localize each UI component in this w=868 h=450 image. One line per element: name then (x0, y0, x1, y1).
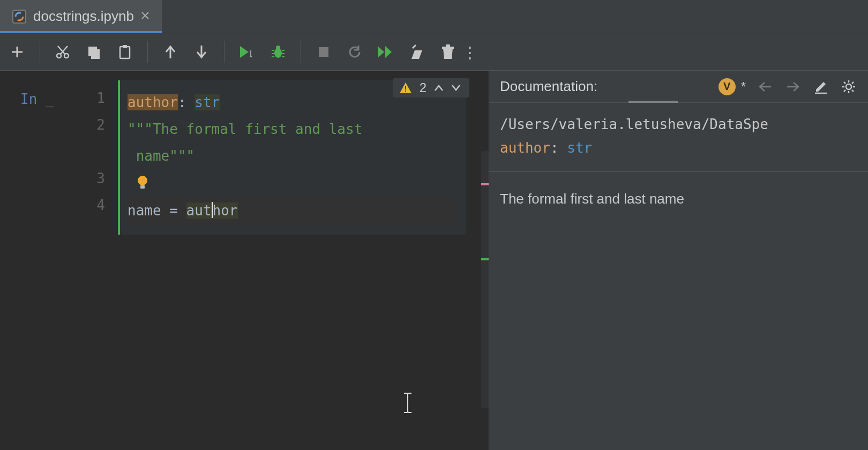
copy-button[interactable] (83, 41, 104, 63)
doc-path: /Users/valeria.letusheva/DataSpe (500, 112, 857, 136)
file-tab[interactable]: docstrings.ipynb (0, 0, 162, 33)
tab-filename: docstrings.ipynb (33, 8, 134, 25)
svg-point-17 (138, 176, 147, 185)
tab-bar: docstrings.ipynb (0, 0, 868, 33)
notebook-toolbar (0, 33, 868, 71)
svg-point-3 (57, 54, 61, 58)
svg-rect-13 (442, 47, 454, 49)
move-down-button[interactable] (191, 41, 212, 63)
editor-pane: ⋮ In _ 1 2 3 4 2 (0, 71, 489, 450)
notebook-file-icon (12, 9, 27, 24)
intention-bulb-icon[interactable] (136, 170, 149, 197)
marker-warning[interactable] (481, 183, 489, 185)
run-cell-button[interactable] (236, 41, 258, 63)
line-number: 3 (96, 170, 105, 186)
svg-rect-8 (120, 47, 130, 58)
svg-rect-9 (123, 45, 127, 48)
modified-indicator: * (741, 79, 746, 94)
error-stripe[interactable] (481, 151, 489, 408)
line-number: 1 (96, 90, 105, 106)
avatar[interactable]: V (719, 78, 736, 95)
nav-forward-icon[interactable] (784, 78, 802, 95)
editor-options-icon[interactable]: ⋮ (462, 43, 478, 62)
toolbar-separator (224, 41, 225, 63)
documentation-header: Documentation: V * (489, 71, 868, 103)
doc-variable-name: author (500, 140, 550, 156)
toolbar-separator (301, 41, 301, 63)
warning-icon (399, 82, 412, 94)
toolbar-separator (147, 41, 148, 63)
marker-ok[interactable] (481, 258, 489, 260)
code-content[interactable]: author: str """The formal first and last… (120, 80, 466, 235)
move-up-button[interactable] (160, 41, 181, 63)
svg-point-11 (276, 46, 280, 50)
close-tab-icon[interactable] (140, 11, 150, 22)
prev-problem-icon[interactable] (434, 81, 444, 95)
svg-rect-12 (319, 47, 328, 57)
edit-icon[interactable] (812, 78, 829, 95)
add-cell-button[interactable] (6, 41, 28, 63)
debug-button[interactable] (267, 41, 289, 63)
line-number-gutter: 1 2 3 4 (81, 81, 110, 237)
text-cursor-icon (402, 392, 414, 418)
line-number: 2 (96, 117, 105, 133)
doc-divider (489, 171, 868, 172)
svg-rect-14 (446, 44, 450, 47)
nav-back-icon[interactable] (757, 78, 774, 95)
documentation-body: /Users/valeria.letusheva/DataSpe author:… (489, 103, 868, 221)
svg-rect-15 (405, 86, 406, 89)
cut-button[interactable] (52, 41, 73, 63)
svg-point-4 (64, 54, 69, 58)
doc-description: The formal first and last name (500, 187, 857, 211)
svg-point-19 (846, 84, 851, 89)
documentation-title: Documentation: (500, 78, 597, 95)
svg-rect-7 (91, 49, 100, 59)
doc-tab-indicator (628, 101, 678, 103)
paste-button[interactable] (114, 41, 136, 63)
settings-gear-icon[interactable] (840, 78, 857, 95)
next-problem-icon[interactable] (451, 81, 461, 95)
warning-count: 2 (420, 80, 426, 95)
code-cell[interactable]: 2 author: str """The formal first and la… (118, 80, 466, 235)
doc-variable-type: str (567, 140, 592, 156)
clear-outputs-button[interactable] (406, 41, 428, 63)
svg-rect-18 (140, 185, 145, 189)
svg-rect-16 (405, 91, 406, 92)
run-all-button[interactable] (375, 41, 396, 63)
delete-cell-button[interactable] (437, 41, 459, 63)
rerun-button[interactable] (344, 41, 365, 63)
toolbar-separator (40, 41, 40, 63)
cell-prompt: In _ (20, 91, 54, 107)
line-number: 4 (96, 197, 105, 213)
stop-button[interactable] (313, 41, 334, 63)
documentation-pane: Documentation: V * (489, 71, 868, 450)
problems-widget[interactable]: 2 (393, 78, 469, 98)
